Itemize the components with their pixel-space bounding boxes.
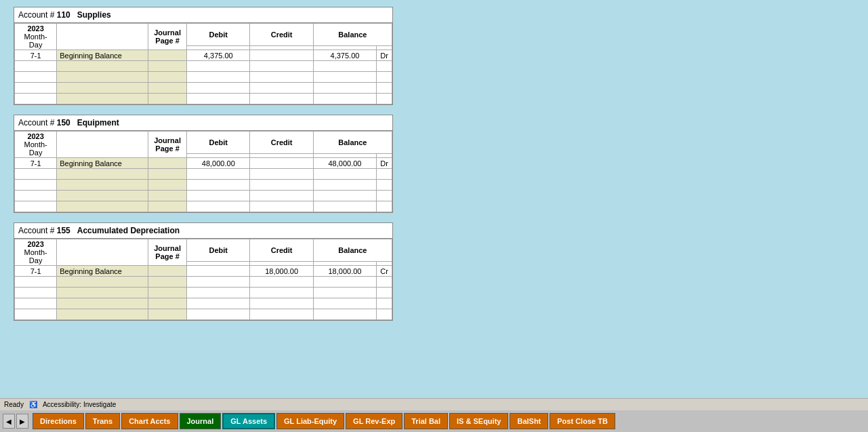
cell-debit-110-2 [187,72,250,83]
col-header-journal-155: JournalPage # [148,239,187,266]
cell-debit-150-4 [187,201,250,212]
ledger-header-150: Account # 150Equipment [14,115,392,131]
acct-name-150: Equipment [77,118,119,127]
ledger-card-155: Account # 155Accumulated Depreciation 20… [14,222,393,321]
cell-balance-155-0: 18,000.00 [313,266,376,277]
table-row [15,94,392,104]
col-header-credit-150: Credit [250,132,313,154]
table-row [15,277,392,288]
ledger-table-150: 2023Month-Day JournalPage # Debit Credit… [14,131,392,212]
main-content: Account # 110Supplies 2023Month-Day Jour… [0,0,868,400]
acct-name-155: Accumulated Depreciation [77,226,180,235]
cell-credit-155-2 [250,288,313,298]
acct-label-110: Account # [18,10,57,20]
cell-balance-110-2 [313,72,376,83]
cell-balance-155-3 [313,298,376,309]
cell-credit-110-2 [250,72,313,83]
cell-balance-150-3 [313,191,376,201]
ledger-card-150: Account # 150Equipment 2023Month-Day Jou… [14,115,393,213]
tab-nav: ◀ ▶ [3,414,28,429]
cell-date-110-4 [15,94,57,104]
cell-debit-110-4 [187,94,250,104]
cell-credit-150-3 [250,191,313,201]
accessibility-icon: ♿ [29,401,37,408]
cell-debit-155-1 [187,277,250,288]
cell-debit-150-1 [187,169,250,180]
cell-debit-155-3 [187,298,250,309]
tab-gl-assets[interactable]: GL Assets [222,413,275,429]
cell-balance-150-2 [313,180,376,191]
table-row [15,72,392,83]
table-row [15,288,392,298]
tab-trial-bal[interactable]: Trial Bal [404,413,448,429]
cell-desc-155-1 [57,277,148,288]
acct-name-110: Supplies [77,10,111,20]
ledger-header-110: Account # 110Supplies [14,7,392,23]
tab-journal[interactable]: Journal [180,413,222,429]
cell-date-155-0: 7-1 [15,266,57,277]
cell-debit-155-0 [187,266,250,277]
cell-balance-150-4 [313,201,376,212]
tab-post-close[interactable]: Post Close TB [550,413,615,429]
tab-gl-rev[interactable]: GL Rev-Exp [346,413,402,429]
cell-debit-155-2 [187,288,250,298]
cell-date-110-3 [15,83,57,94]
tab-chart-accts[interactable]: Chart Accts [121,413,178,429]
cell-debit-150-2 [187,180,250,191]
cell-direction-150-4 [377,201,392,212]
cell-desc-150-1 [57,169,148,180]
cell-desc-155-0: Beginning Balance [57,266,148,277]
cell-desc-110-3 [57,83,148,94]
col-header-balance-150: Balance [313,132,392,154]
cell-journal-155-2 [148,288,187,298]
cell-direction-150-2 [377,180,392,191]
cell-credit-150-0 [250,158,313,169]
acct-num-155: 155 [57,226,70,235]
cell-debit-110-0: 4,375.00 [187,50,250,61]
col-header-desc-110 [57,24,148,50]
prev-tab-button[interactable]: ◀ [3,414,15,429]
acct-num-110: 110 [57,10,70,20]
table-row [15,61,392,72]
cell-desc-150-0: Beginning Balance [57,158,148,169]
cell-debit-150-3 [187,191,250,201]
acct-label-150: Account # [18,118,57,127]
cell-balance-150-0: 48,000.00 [313,158,376,169]
cell-journal-150-3 [148,191,187,201]
col-header-credit-155: Credit [250,239,313,262]
col-header-balance-110: Balance [313,24,392,46]
col-header-debit-155: Debit [187,239,250,262]
tab-balsht[interactable]: BalSht [510,413,548,429]
next-tab-button[interactable]: ▶ [16,414,28,429]
cell-credit-155-1 [250,277,313,288]
col-header-desc-150 [57,132,148,158]
table-row [15,180,392,191]
cell-desc-155-3 [57,298,148,309]
cell-credit-150-1 [250,169,313,180]
cell-date-155-3 [15,298,57,309]
cell-direction-110-2 [377,72,392,83]
cell-direction-110-0: Dr [377,50,392,61]
cell-journal-155-4 [148,309,187,320]
cell-date-155-4 [15,309,57,320]
acct-num-150: 150 [57,118,70,127]
cell-journal-155-0 [148,266,187,277]
cell-date-150-1 [15,169,57,180]
cell-desc-155-4 [57,309,148,320]
cell-credit-110-4 [250,94,313,104]
cell-date-150-4 [15,201,57,212]
tab-is-sequity[interactable]: IS & SEquity [449,413,508,429]
table-row [15,201,392,212]
table-row [15,298,392,309]
table-row: 7-1 Beginning Balance 4,375.00 4,375.00 … [15,50,392,61]
tab-gl-liab[interactable]: GL Liab-Equity [276,413,344,429]
table-row: 7-1 Beginning Balance 48,000.00 48,000.0… [15,158,392,169]
cell-date-110-0: 7-1 [15,50,57,61]
tab-directions[interactable]: Directions [33,413,84,429]
cell-balance-110-1 [313,61,376,72]
cell-journal-110-2 [148,72,187,83]
cell-date-150-3 [15,191,57,201]
cell-desc-155-2 [57,288,148,298]
cell-journal-150-1 [148,169,187,180]
tab-trans[interactable]: Trans [85,413,120,429]
